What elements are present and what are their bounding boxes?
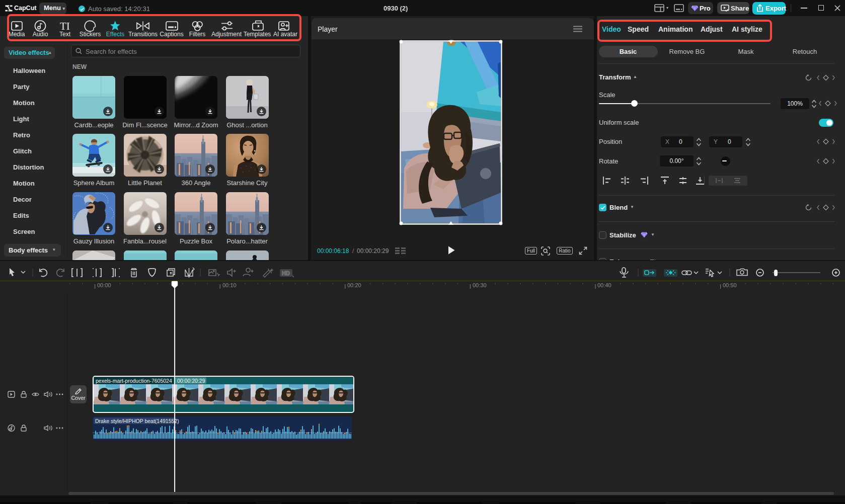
svg-text:HD: HD xyxy=(282,270,290,276)
